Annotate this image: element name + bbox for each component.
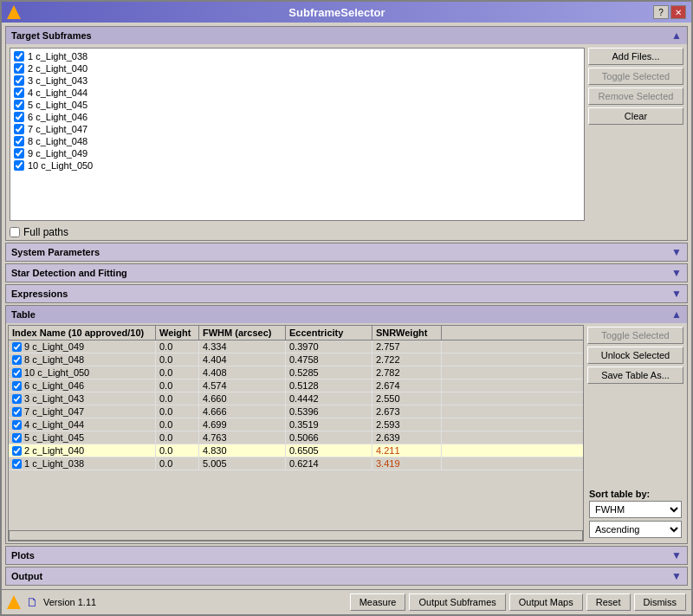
row-checkbox[interactable] (12, 446, 22, 456)
td-snrweight: 2.782 (372, 366, 442, 379)
target-button-panel: Add Files... Toggle Selected Remove Sele… (588, 48, 683, 221)
td-snrweight: 2.550 (372, 392, 442, 405)
td-weight: 0.0 (156, 457, 199, 470)
plots-title: Plots (11, 550, 35, 561)
close-button[interactable]: ✕ (670, 5, 686, 19)
help-button[interactable]: ? (653, 5, 669, 19)
window-title: SubframeSelector (21, 6, 653, 19)
dismiss-button[interactable]: Dismiss (634, 593, 687, 611)
file-checkbox[interactable] (14, 148, 24, 159)
td-weight: 0.0 (156, 405, 199, 418)
table-row[interactable]: 2 c_Light_0400.04.8300.65054.211 (9, 444, 583, 457)
table-row[interactable]: 3 c_Light_0430.04.6600.44422.550 (9, 392, 583, 405)
system-parameters-title: System Parameters (11, 247, 100, 257)
row-checkbox[interactable] (12, 459, 22, 469)
plots-header[interactable]: Plots ▼ (6, 547, 687, 564)
plots-panel: Plots ▼ (5, 546, 688, 565)
file-item: 8 c_Light_048 (12, 135, 582, 147)
target-subframes-title: Target Subframes (11, 30, 92, 41)
expressions-panel: Expressions ▼ (5, 284, 688, 303)
file-item: 7 c_Light_047 (12, 123, 582, 135)
add-files-button[interactable]: Add Files... (588, 48, 683, 65)
file-checkbox[interactable] (14, 124, 24, 134)
td-weight: 0.0 (156, 431, 199, 444)
td-fwhm: 4.574 (199, 379, 286, 392)
toggle-selected-table-button[interactable]: Toggle Selected (587, 327, 683, 344)
row-checkbox[interactable] (12, 355, 22, 365)
row-checkbox[interactable] (12, 342, 22, 352)
row-checkbox[interactable] (12, 407, 22, 417)
output-header[interactable]: Output ▼ (6, 567, 687, 585)
file-item: 3 c_Light_043 (12, 75, 582, 87)
system-parameters-panel: System Parameters ▼ (5, 243, 688, 262)
sort-order-select[interactable]: AscendingDescending (589, 521, 682, 538)
table-row[interactable]: 1 c_Light_0380.05.0050.62143.419 (9, 457, 583, 470)
td-weight: 0.0 (156, 418, 199, 431)
reset-button[interactable]: Reset (586, 593, 631, 611)
file-item: 1 c_Light_038 (12, 50, 582, 62)
unlock-selected-button[interactable]: Unlock Selected (587, 347, 683, 364)
file-checkbox[interactable] (14, 63, 24, 74)
td-eccentricity: 0.6214 (286, 457, 372, 470)
sort-field-select[interactable]: FWHMWeightEccentricitySNRWeightIndex (589, 501, 682, 518)
bottom-left: 🗋 Version 1.11 (7, 595, 96, 609)
td-weight: 0.0 (156, 340, 199, 353)
table-row[interactable]: 5 c_Light_0450.04.7630.50662.639 (9, 431, 583, 444)
measure-button[interactable]: Measure (350, 593, 406, 611)
file-checkbox[interactable] (14, 136, 24, 146)
output-maps-button[interactable]: Output Maps (509, 593, 583, 611)
table-row[interactable]: 10 c_Light_0500.04.4080.52852.782 (9, 366, 583, 379)
save-table-button[interactable]: Save Table As... (587, 366, 683, 384)
file-checkbox[interactable] (14, 75, 24, 86)
expressions-header[interactable]: Expressions ▼ (6, 285, 687, 302)
star-detection-panel: Star Detection and Fitting ▼ (5, 263, 688, 282)
star-detection-header[interactable]: Star Detection and Fitting ▼ (6, 264, 687, 282)
file-list[interactable]: 1 c_Light_0382 c_Light_0403 c_Light_0434… (10, 48, 585, 221)
file-checkbox[interactable] (14, 100, 24, 110)
td-eccentricity: 0.5396 (286, 405, 372, 418)
td-snrweight: 2.673 (372, 405, 442, 418)
clear-button[interactable]: Clear (588, 107, 683, 125)
system-parameters-header[interactable]: System Parameters ▼ (6, 243, 687, 261)
td-index: 3 c_Light_043 (9, 392, 156, 405)
table-row[interactable]: 7 c_Light_0470.04.6660.53962.673 (9, 405, 583, 418)
th-snrweight: SNRWeight (372, 326, 442, 340)
row-checkbox[interactable] (12, 394, 22, 404)
td-index: 8 c_Light_048 (9, 353, 156, 366)
full-paths-checkbox[interactable] (10, 227, 20, 237)
file-checkbox[interactable] (14, 112, 24, 122)
file-label: 2 c_Light_040 (28, 63, 87, 74)
file-checkbox[interactable] (14, 88, 24, 98)
td-weight: 0.0 (156, 353, 199, 366)
file-label: 4 c_Light_044 (28, 88, 87, 98)
td-eccentricity: 0.5066 (286, 431, 372, 444)
table-panel: Table ▲ Index Name (10 approved/10) Weig… (5, 305, 688, 544)
table-header[interactable]: Table ▲ (6, 306, 687, 323)
toggle-selected-button-top[interactable]: Toggle Selected (588, 68, 683, 85)
output-subframes-button[interactable]: Output Subframes (409, 593, 505, 611)
file-checkbox[interactable] (14, 160, 24, 171)
file-checkbox[interactable] (14, 51, 24, 62)
table-row[interactable]: 8 c_Light_0480.04.4040.47582.722 (9, 353, 583, 366)
file-label: 3 c_Light_043 (28, 75, 87, 86)
row-checkbox[interactable] (12, 381, 22, 391)
td-eccentricity: 0.4758 (286, 353, 372, 366)
main-content: Target Subframes ▲ 1 c_Light_0382 c_Ligh… (2, 23, 691, 589)
bottom-app-icon (7, 595, 21, 609)
horizontal-scrollbar[interactable] (9, 530, 583, 541)
td-snrweight: 4.211 (372, 444, 442, 457)
row-checkbox[interactable] (12, 433, 22, 443)
row-checkbox[interactable] (12, 420, 22, 430)
output-panel: Output ▼ (5, 567, 688, 586)
file-item: 10 c_Light_050 (12, 159, 582, 172)
table-left: Index Name (10 approved/10) Weight FWHM … (8, 325, 584, 541)
table-scroll[interactable]: 9 c_Light_0490.04.3340.39702.7578 c_Ligh… (9, 340, 583, 530)
table-row[interactable]: 9 c_Light_0490.04.3340.39702.757 (9, 340, 583, 353)
table-row[interactable]: 6 c_Light_0460.04.5740.51282.674 (9, 379, 583, 392)
row-checkbox[interactable] (12, 368, 22, 378)
remove-selected-button[interactable]: Remove Selected (588, 88, 683, 105)
target-subframes-header[interactable]: Target Subframes ▲ (6, 27, 687, 44)
table-row[interactable]: 4 c_Light_0440.04.6990.35192.593 (9, 418, 583, 431)
table-right-panel: Toggle Selected Unlock Selected Save Tab… (586, 325, 685, 541)
full-paths-row: Full paths (6, 224, 687, 240)
